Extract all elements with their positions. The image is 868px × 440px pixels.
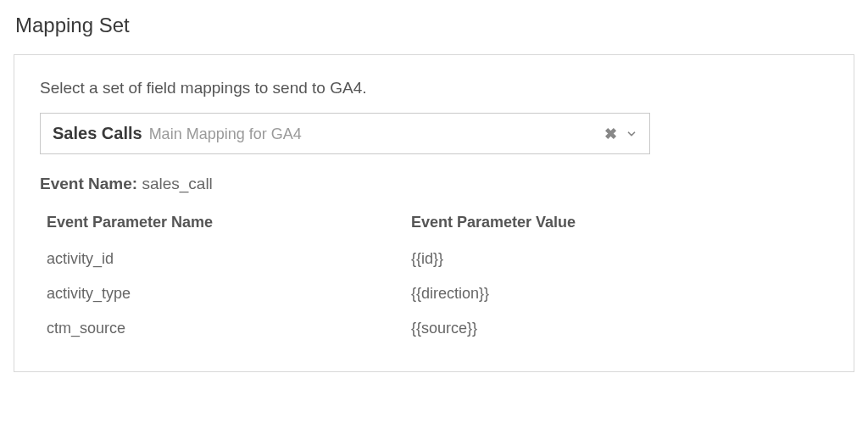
parameter-table: Event Parameter Name Event Parameter Val…: [40, 210, 828, 346]
event-name-label: Event Name:: [40, 175, 137, 192]
table-header: Event Parameter Name Event Parameter Val…: [40, 210, 828, 242]
table-row: activity_type {{direction}}: [40, 276, 828, 311]
param-value: {{id}}: [411, 250, 821, 268]
header-param-value: Event Parameter Value: [411, 214, 821, 231]
header-param-name: Event Parameter Name: [47, 214, 411, 231]
event-name-value: sales_call: [142, 175, 212, 192]
instruction-text: Select a set of field mappings to send t…: [40, 79, 828, 97]
mapping-set-panel: Select a set of field mappings to send t…: [14, 54, 854, 372]
param-value: {{source}}: [411, 320, 821, 337]
event-name-row: Event Name: sales_call: [40, 175, 828, 193]
param-value: {{direction}}: [411, 285, 821, 303]
select-text: Sales Calls Main Mapping for GA4: [53, 124, 302, 143]
select-primary-label: Sales Calls: [53, 124, 142, 143]
select-controls: ✖: [604, 126, 637, 142]
table-row: activity_id {{id}}: [40, 242, 828, 276]
param-name: activity_id: [47, 250, 411, 268]
close-icon[interactable]: ✖: [604, 126, 617, 142]
table-row: ctm_source {{source}}: [40, 311, 828, 346]
mapping-set-select[interactable]: Sales Calls Main Mapping for GA4 ✖: [40, 113, 650, 154]
param-name: ctm_source: [47, 320, 411, 337]
select-secondary-label: Main Mapping for GA4: [149, 125, 302, 143]
section-title: Mapping Set: [14, 14, 854, 37]
param-name: activity_type: [47, 285, 411, 303]
chevron-down-icon[interactable]: [626, 128, 637, 140]
